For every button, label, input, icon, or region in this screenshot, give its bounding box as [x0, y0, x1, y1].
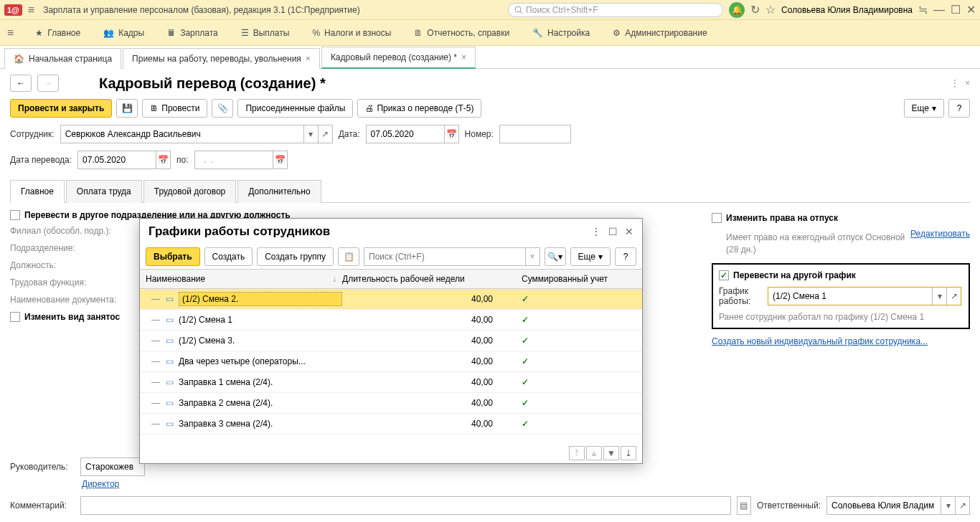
- user-name[interactable]: Соловьева Юлия Владимировна: [781, 5, 913, 15]
- close-icon[interactable]: ✕: [625, 226, 633, 237]
- item-icon: ▭: [166, 398, 179, 408]
- subtab-main[interactable]: Главное: [10, 180, 65, 203]
- menu-settings[interactable]: 🔧Настройка: [522, 24, 600, 42]
- attach-button[interactable]: 📎: [212, 99, 233, 118]
- dropdown-icon[interactable]: ▾: [941, 497, 955, 514]
- close-icon[interactable]: ✕: [966, 3, 976, 16]
- col-sum-header[interactable]: Суммированный учет: [522, 274, 636, 284]
- row-sum: ✓: [522, 356, 636, 366]
- nav-forward[interactable]: →: [37, 75, 59, 92]
- table-row[interactable]: —▭(1/2) Смена 2.40,00✓: [140, 289, 642, 310]
- create-button[interactable]: Создать: [204, 247, 253, 266]
- item-icon: ▭: [166, 315, 179, 325]
- transfer-date-input[interactable]: [78, 151, 156, 169]
- tab-transfer[interactable]: Кадровый перевод (создание) *×: [321, 47, 476, 69]
- attached-files-button[interactable]: Присоединенные файлы: [237, 99, 353, 118]
- director-link[interactable]: Директор: [82, 479, 119, 489]
- menu-reports[interactable]: 🗎Отчетность, справки: [404, 24, 519, 42]
- edit-link[interactable]: Редактировать: [910, 229, 970, 239]
- section-menu-icon[interactable]: ≡: [7, 27, 14, 39]
- new-schedule-link[interactable]: Создать новый индивидуальный график сотр…: [712, 336, 928, 346]
- more-button[interactable]: Еще ▾: [904, 99, 944, 118]
- schedule-input[interactable]: [768, 288, 932, 305]
- favorite-icon[interactable]: ☆: [765, 3, 776, 16]
- maximize-icon[interactable]: ☐: [608, 226, 618, 237]
- calendar-icon[interactable]: 📅: [156, 151, 170, 169]
- settings-icon[interactable]: ≒: [918, 3, 928, 16]
- more-vert-icon[interactable]: ⋮: [951, 78, 959, 88]
- create-group-button[interactable]: Создать группу: [257, 247, 334, 266]
- notifications-icon[interactable]: 🔔: [729, 2, 745, 18]
- cb-change-kind[interactable]: [10, 312, 20, 322]
- subtab-extra[interactable]: Дополнительно: [237, 180, 321, 203]
- titlebar: 1@ ≡ Зарплата и управление персоналом (б…: [0, 0, 980, 20]
- menu-admin[interactable]: ⚙Администрирование: [603, 24, 717, 42]
- select-button[interactable]: Выбрать: [146, 247, 200, 266]
- clear-search-icon[interactable]: ×: [525, 248, 540, 265]
- calendar-icon[interactable]: 📅: [273, 151, 287, 169]
- table-row[interactable]: —▭Заправка 2 смена (2/4).40,00✓: [140, 393, 642, 414]
- grid-up[interactable]: ▲: [586, 446, 602, 460]
- dropdown-icon[interactable]: ▾: [932, 288, 946, 305]
- open-icon[interactable]: ↗: [955, 497, 969, 514]
- tab-home[interactable]: 🏠Начальная страница: [4, 48, 121, 69]
- manager-input[interactable]: [81, 458, 144, 475]
- cb-schedule[interactable]: [719, 270, 729, 280]
- search-button[interactable]: 🔍▾: [545, 247, 566, 266]
- grid-down[interactable]: ▼: [603, 446, 619, 460]
- to-date-input[interactable]: [195, 151, 273, 169]
- close-icon[interactable]: ×: [306, 54, 311, 64]
- table-row[interactable]: —▭(1/2) Смена 140,00✓: [140, 310, 642, 331]
- nav-back[interactable]: ←: [10, 75, 32, 92]
- menu-zarplata[interactable]: 🖩Зарплата: [157, 24, 228, 42]
- modal-search-input[interactable]: [364, 248, 525, 265]
- cb-transfer-dept[interactable]: [10, 210, 20, 220]
- post-and-close-button[interactable]: Провести и закрыть: [10, 99, 112, 118]
- help-button[interactable]: ?: [948, 99, 970, 118]
- open-icon[interactable]: ↗: [318, 125, 332, 143]
- table-row[interactable]: —▭Заправка 3 смена (2/4).40,00✓: [140, 414, 642, 435]
- calendar-icon[interactable]: 📅: [444, 125, 458, 143]
- comment-input[interactable]: [81, 497, 730, 514]
- col-name-header[interactable]: Наименование: [146, 274, 205, 284]
- gear-icon: ⚙: [613, 28, 621, 38]
- table-row[interactable]: —▭(1/2) Смена 3.40,00✓: [140, 331, 642, 351]
- global-search[interactable]: Поиск Ctrl+Shift+F: [508, 3, 723, 17]
- grid-last[interactable]: ⤓: [621, 446, 636, 460]
- subtab-contract[interactable]: Трудовой договор: [143, 180, 236, 203]
- minimize-icon[interactable]: —: [933, 4, 945, 16]
- date-input[interactable]: [367, 125, 444, 143]
- save-button[interactable]: 💾: [116, 99, 138, 118]
- grid-first[interactable]: ⤒: [569, 446, 585, 460]
- subtab-pay[interactable]: Оплата труда: [66, 180, 142, 203]
- open-icon[interactable]: ↗: [946, 288, 961, 305]
- modal-more-button[interactable]: Еще ▾: [570, 247, 611, 266]
- table-row[interactable]: —▭Два через четыре (операторы...40,00✓: [140, 351, 642, 372]
- table-row[interactable]: —▭Заправка 1 смена (2/4).40,00✓: [140, 372, 642, 393]
- history-icon[interactable]: ↻: [750, 3, 760, 16]
- to-label: по:: [176, 155, 189, 165]
- close-icon[interactable]: ×: [461, 52, 466, 62]
- menu-vyplaty[interactable]: ☰Выплаты: [231, 24, 300, 42]
- menu-main[interactable]: ★Главное: [25, 24, 90, 42]
- tab-hires[interactable]: Приемы на работу, переводы, увольнения×: [123, 48, 320, 69]
- modal-help-button[interactable]: ?: [615, 247, 636, 266]
- responsible-input[interactable]: [827, 497, 941, 514]
- employee-input[interactable]: [61, 125, 303, 143]
- number-input[interactable]: [500, 125, 570, 143]
- menu-nalogi[interactable]: %Налоги и взносы: [302, 24, 401, 42]
- modal-search[interactable]: ×: [364, 247, 540, 266]
- dropdown-icon[interactable]: ▾: [303, 125, 318, 143]
- item-icon: ▭: [166, 377, 179, 387]
- menu-icon[interactable]: ≡: [28, 4, 34, 16]
- maximize-icon[interactable]: ☐: [951, 3, 961, 16]
- page-close-icon[interactable]: ×: [965, 78, 970, 88]
- print-order-button[interactable]: 🖨Приказ о переводе (Т-5): [357, 99, 481, 118]
- refresh-button[interactable]: 📋: [338, 247, 359, 266]
- col-duration-header[interactable]: Длительность рабочей недели: [342, 274, 522, 284]
- cb-vacation[interactable]: [712, 213, 722, 223]
- comment-extra-icon[interactable]: ▤: [737, 496, 751, 515]
- menu-kadry[interactable]: 👥Кадры: [93, 24, 154, 42]
- post-button[interactable]: 🗎Провести: [142, 99, 207, 118]
- more-vert-icon[interactable]: ⋮: [591, 226, 601, 237]
